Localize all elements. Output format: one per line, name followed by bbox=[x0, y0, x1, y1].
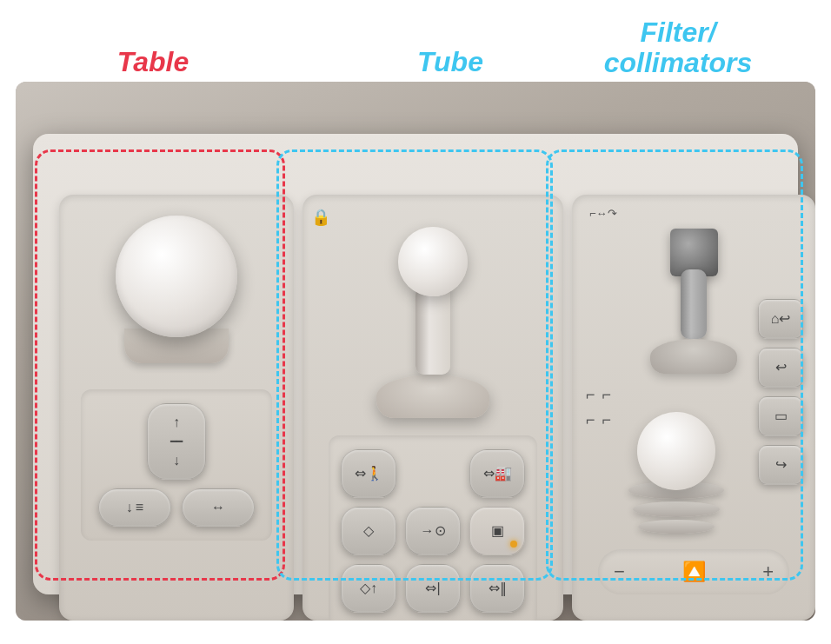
white-joystick-cap[interactable] bbox=[637, 412, 715, 490]
table-btn-row-1: ↑ ━━ ↓ bbox=[98, 403, 255, 480]
table-section: ↑ ━━ ↓ ↓ ≡ ↔ bbox=[59, 195, 294, 621]
labels-row: Table Tube Filter/collimators bbox=[0, 0, 831, 78]
center-beam-icon: →⊙ bbox=[421, 524, 446, 538]
table-lower-btn[interactable]: ↓ ≡ bbox=[98, 488, 171, 527]
table-slide-icon: ↔ bbox=[211, 501, 225, 515]
tube-btn-diamond-1[interactable]: ◇ bbox=[341, 507, 396, 555]
tube-btn-center-beam[interactable]: →⊙ bbox=[405, 507, 461, 555]
filter-minus-btn[interactable]: − bbox=[614, 561, 625, 583]
tube-btn-shift-2[interactable]: ⇔‖ bbox=[469, 564, 525, 613]
tube-joystick-cap[interactable] bbox=[398, 227, 468, 296]
collimator-tr-icon: ⌐ bbox=[602, 386, 612, 404]
filter-home-btn[interactable]: ⌂↩ bbox=[758, 299, 803, 339]
filter-gray-joystick bbox=[650, 229, 737, 374]
tube-btn-equip-pos[interactable]: ⇔🏭 bbox=[469, 449, 525, 498]
tube-btn-shift-1[interactable]: ⇔| bbox=[405, 564, 461, 613]
tube-joystick-base bbox=[376, 375, 489, 418]
table-btn-row-2: ↓ ≡ ↔ bbox=[98, 488, 255, 527]
page-container: Table Tube Filter/collimators b 5 - EP /… bbox=[0, 0, 831, 644]
table-horizontal-icon: ━━ bbox=[170, 436, 183, 447]
label-filter: Filter/collimators bbox=[591, 17, 765, 78]
home-icon: ⌂↩ bbox=[771, 312, 791, 326]
table-joystick-ball[interactable] bbox=[116, 216, 237, 337]
tube-section: 🔒 ⇔🚶 ⇔🏭 bbox=[302, 195, 563, 621]
tube-joystick-wrap bbox=[376, 227, 489, 418]
tube-lock-icon: 🔒 bbox=[311, 207, 572, 227]
table-buttons-panel: ↑ ━━ ↓ ↓ ≡ ↔ bbox=[81, 389, 272, 541]
label-tube: Tube bbox=[363, 46, 537, 78]
label-table: Table bbox=[66, 46, 240, 78]
filter-plus-btn[interactable]: + bbox=[762, 561, 774, 583]
filter-center-icon: 🔼 bbox=[682, 561, 706, 583]
return-icon: ↪ bbox=[775, 458, 787, 472]
diamond-1-icon: ◇ bbox=[363, 524, 374, 538]
shift-1-icon: ⇔| bbox=[425, 581, 440, 595]
tube-buttons-grid: ⇔🚶 ⇔🏭 ◇ →⊙ ▣ ◇↑ bbox=[329, 435, 537, 621]
filter-movement-icons: ⌐↔↷ bbox=[589, 207, 617, 220]
rect-icon: ▭ bbox=[774, 409, 788, 423]
tube-btn-diamond-up[interactable]: ◇↑ bbox=[341, 564, 396, 613]
arrow-up-icon: ↑ bbox=[173, 415, 180, 429]
diamond-up-icon: ◇↑ bbox=[360, 581, 377, 595]
joystick-ring-3 bbox=[638, 520, 715, 534]
filter-bottom-bar: − 🔼 + bbox=[598, 549, 789, 594]
lit-btn-icon: ▣ bbox=[491, 524, 504, 538]
filter-return-btn[interactable]: ↪ bbox=[758, 445, 803, 485]
filter-rotate-btn[interactable]: ↩ bbox=[758, 348, 803, 388]
filter-side-buttons: ⌂↩ ↩ ▭ ↪ bbox=[758, 299, 803, 485]
table-flat-icon: ≡ bbox=[136, 501, 143, 515]
arrow-down-icon: ↓ bbox=[173, 454, 180, 468]
gray-joystick-base bbox=[650, 339, 737, 374]
collimator-bl-icon: ⌐ bbox=[586, 411, 595, 429]
control-panel: ↑ ━━ ↓ ↓ ≡ ↔ bbox=[33, 134, 798, 594]
equip-pos-icon: ⇔🏭 bbox=[483, 467, 512, 481]
table-slide-btn[interactable]: ↔ bbox=[182, 488, 255, 527]
patient-pos-icon: ⇔🚶 bbox=[355, 467, 383, 481]
gray-joystick-stick bbox=[681, 269, 707, 339]
joystick-ring-2 bbox=[633, 501, 720, 517]
tube-btn-lit[interactable]: ▣ bbox=[469, 507, 525, 555]
table-down-arrow-icon: ↓ bbox=[126, 501, 133, 515]
shift-2-icon: ⇔‖ bbox=[489, 581, 507, 595]
photo-area: b 5 - EP / Pacing Lab S... ↑ ━━ ↓ bbox=[16, 82, 815, 621]
filter-white-joystick bbox=[628, 412, 724, 534]
filter-section: ⌐↔↷ ⌐ ⌐ ⌐ ⌐ bbox=[572, 195, 815, 621]
collimator-br-icon: ⌐ bbox=[602, 411, 612, 429]
rotate-icon: ↩ bbox=[775, 361, 787, 375]
tube-btn-patient-pos[interactable]: ⇔🚶 bbox=[341, 449, 396, 498]
table-vertical-btn[interactable]: ↑ ━━ ↓ bbox=[147, 403, 206, 480]
filter-rect-btn[interactable]: ▭ bbox=[758, 396, 803, 436]
collimator-tl-icon: ⌐ bbox=[586, 386, 595, 404]
